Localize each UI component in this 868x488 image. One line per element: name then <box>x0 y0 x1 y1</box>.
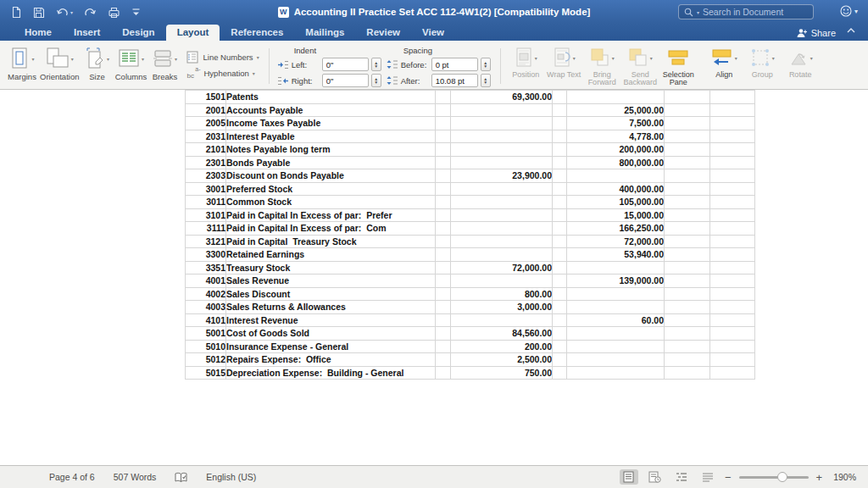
account-number-cell[interactable]: 4001 <box>186 274 226 288</box>
debit-cell[interactable]: 750.00 <box>451 366 553 380</box>
orientation-button[interactable]: ▾ Orientation <box>39 43 80 89</box>
spacer-cell[interactable] <box>553 274 567 288</box>
outline-view-button[interactable] <box>672 469 691 485</box>
spacer-cell[interactable] <box>553 327 567 341</box>
credit-cell[interactable]: 800,000.00 <box>567 156 665 169</box>
credit-cell[interactable] <box>567 91 665 104</box>
language-indicator[interactable]: English (US) <box>206 472 256 482</box>
feedback-smiley-icon[interactable]: ▾ <box>839 4 858 18</box>
word-count[interactable]: 507 Words <box>114 472 157 482</box>
spacer-cell[interactable] <box>436 261 451 274</box>
account-name-cell[interactable]: Bonds Payable <box>226 156 436 169</box>
extra-cell[interactable] <box>665 182 710 196</box>
spacer-cell[interactable] <box>436 248 451 262</box>
extra-cell[interactable] <box>710 117 755 130</box>
spacer-cell[interactable] <box>553 117 567 130</box>
extra-cell[interactable] <box>710 340 755 353</box>
spacer-cell[interactable] <box>553 91 567 104</box>
extra-cell[interactable] <box>665 366 710 380</box>
extra-cell[interactable] <box>665 196 710 209</box>
debit-cell[interactable]: 800.00 <box>451 287 553 301</box>
extra-cell[interactable] <box>710 103 755 117</box>
ribbon-tab[interactable]: View <box>411 25 455 41</box>
credit-cell[interactable] <box>567 353 665 367</box>
ribbon-tab[interactable]: Insert <box>63 25 111 41</box>
save-icon[interactable] <box>33 6 45 19</box>
extra-cell[interactable] <box>710 313 755 327</box>
account-name-cell[interactable]: Sales Returns & Allowances <box>226 301 436 314</box>
spacer-cell[interactable] <box>436 340 451 353</box>
account-number-cell[interactable]: 2303 <box>186 169 226 183</box>
spacer-cell[interactable] <box>553 366 567 380</box>
extra-cell[interactable] <box>710 366 755 380</box>
spacer-cell[interactable] <box>436 274 451 288</box>
credit-cell[interactable]: 15,000.00 <box>567 208 665 222</box>
customize-quick-access-icon[interactable] <box>131 7 141 17</box>
debit-cell[interactable] <box>451 222 553 236</box>
indent-left-field[interactable]: 0" <box>322 58 369 71</box>
debit-cell[interactable]: 2,500.00 <box>451 353 553 367</box>
account-number-cell[interactable]: 5012 <box>186 353 226 367</box>
debit-cell[interactable] <box>451 103 553 117</box>
account-name-cell[interactable]: Common Stock <box>226 196 436 209</box>
account-name-cell[interactable]: Preferred Stock <box>226 182 436 196</box>
zoom-slider-knob[interactable] <box>777 472 787 482</box>
zoom-level[interactable]: 190% <box>833 472 856 482</box>
account-name-cell[interactable]: Patents <box>226 91 436 104</box>
spacer-cell[interactable] <box>436 143 451 157</box>
spacer-cell[interactable] <box>553 340 567 353</box>
spacer-cell[interactable] <box>553 143 567 157</box>
spacer-cell[interactable] <box>436 169 451 183</box>
spacing-before-field[interactable]: 0 pt <box>431 58 478 71</box>
undo-icon[interactable]: ▾ <box>56 6 73 19</box>
credit-cell[interactable]: 139,000.00 <box>567 274 665 288</box>
account-number-cell[interactable]: 4101 <box>186 313 226 327</box>
account-name-cell[interactable]: Sales Revenue <box>226 274 436 288</box>
debit-cell[interactable] <box>451 235 553 248</box>
credit-cell[interactable]: 60.00 <box>567 313 665 327</box>
extra-cell[interactable] <box>710 169 755 183</box>
account-number-cell[interactable]: 3111 <box>186 222 226 236</box>
account-name-cell[interactable]: Sales Discount <box>226 287 436 301</box>
account-number-cell[interactable]: 3300 <box>186 248 226 262</box>
spacer-cell[interactable] <box>436 235 451 248</box>
account-name-cell[interactable]: Insurance Expense - General <box>226 340 436 353</box>
account-number-cell[interactable]: 4002 <box>186 287 226 301</box>
credit-cell[interactable]: 105,000.00 <box>567 196 665 209</box>
extra-cell[interactable] <box>665 103 710 117</box>
debit-cell[interactable]: 69,300.00 <box>451 91 553 104</box>
spacer-cell[interactable] <box>436 103 451 117</box>
extra-cell[interactable] <box>665 117 710 130</box>
bring-forward-button[interactable]: ▾ Bring Forward <box>583 43 621 87</box>
extra-cell[interactable] <box>710 301 755 314</box>
debit-cell[interactable] <box>451 156 553 169</box>
extra-cell[interactable] <box>665 274 710 288</box>
account-name-cell[interactable]: Cost of Goods Sold <box>226 327 436 341</box>
position-button[interactable]: ▾ Position <box>507 43 545 79</box>
spacer-cell[interactable] <box>436 91 451 104</box>
account-number-cell[interactable]: 3121 <box>186 235 226 248</box>
spacer-cell[interactable] <box>553 196 567 209</box>
ribbon-tab[interactable]: Design <box>111 25 165 41</box>
extra-cell[interactable] <box>710 196 755 209</box>
extra-cell[interactable] <box>665 208 710 222</box>
spacer-cell[interactable] <box>436 196 451 209</box>
account-number-cell[interactable]: 2031 <box>186 130 226 143</box>
spacer-cell[interactable] <box>436 353 451 367</box>
spacer-cell[interactable] <box>553 313 567 327</box>
credit-cell[interactable] <box>567 327 665 341</box>
credit-cell[interactable] <box>567 169 665 183</box>
extra-cell[interactable] <box>710 156 755 169</box>
extra-cell[interactable] <box>665 248 710 262</box>
print-layout-view-button[interactable] <box>620 469 638 485</box>
debit-cell[interactable] <box>451 196 553 209</box>
credit-cell[interactable]: 7,500.00 <box>567 117 665 130</box>
indent-left-stepper[interactable]: ▲▼ <box>371 58 381 71</box>
publishing-layout-view-button[interactable] <box>646 469 665 485</box>
collapse-ribbon-icon[interactable] <box>846 22 856 37</box>
extra-cell[interactable] <box>665 340 710 353</box>
debit-cell[interactable] <box>451 274 553 288</box>
credit-cell[interactable] <box>567 340 665 353</box>
account-number-cell[interactable]: 3001 <box>186 182 226 196</box>
extra-cell[interactable] <box>665 130 710 143</box>
